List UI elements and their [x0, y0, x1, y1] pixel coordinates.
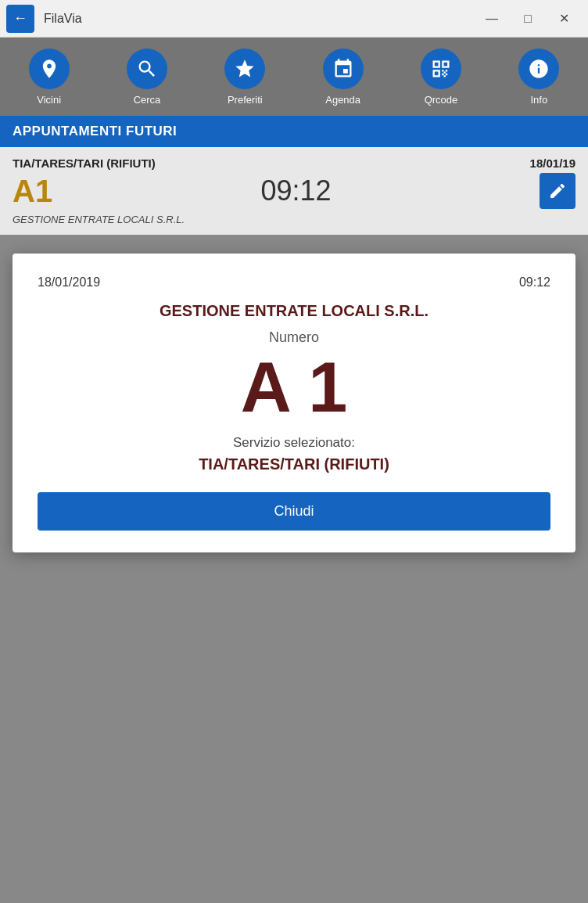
- minimize-button[interactable]: —: [474, 6, 510, 31]
- preferiti-icon: [224, 49, 265, 89]
- modal-close-button[interactable]: Chiudi: [38, 492, 550, 531]
- qrcode-icon: [421, 49, 461, 89]
- cerca-label: Cerca: [134, 94, 161, 106]
- appointment-company: GESTIONE ENTRATE LOCALI S.R.L.: [13, 214, 575, 225]
- modal-company: GESTIONE ENTRATE LOCALI S.R.L.: [38, 302, 550, 320]
- nav-item-preferiti[interactable]: Preferiti: [196, 49, 294, 106]
- vicini-icon: [29, 49, 70, 89]
- gray-area: 18/01/2019 09:12 GESTIONE ENTRATE LOCALI…: [0, 235, 588, 571]
- appointment-number: A1: [13, 174, 52, 209]
- info-icon: [518, 49, 559, 89]
- agenda-icon: [323, 49, 364, 89]
- modal-numero-label: Numero: [38, 329, 550, 346]
- title-bar: ← FilaVia — □ ✕: [0, 0, 588, 38]
- nav-item-agenda[interactable]: Agenda: [294, 49, 392, 106]
- preferiti-label: Preferiti: [228, 94, 263, 106]
- appointment-time: 09:12: [52, 174, 540, 207]
- info-label: Info: [530, 94, 547, 106]
- modal-card: 18/01/2019 09:12 GESTIONE ENTRATE LOCALI…: [13, 254, 575, 552]
- window-controls: — □ ✕: [474, 6, 582, 31]
- appointment-service: TIA/TARES/TARI (RIFIUTI): [13, 156, 156, 170]
- modal-top-row: 18/01/2019 09:12: [38, 275, 550, 290]
- appt-mid-row: A1 09:12: [13, 173, 575, 209]
- appointment-date: 18/01/19: [530, 156, 575, 170]
- modal-time: 09:12: [519, 275, 550, 290]
- section-header: APPUNTAMENTI FUTURI: [0, 116, 588, 147]
- cerca-icon: [127, 49, 167, 89]
- back-button[interactable]: ←: [6, 5, 34, 33]
- qrcode-label: Qrcode: [425, 94, 458, 106]
- nav-toolbar: Vicini Cerca Preferiti Agenda Qrcode Inf…: [0, 38, 588, 116]
- nav-item-cerca[interactable]: Cerca: [98, 49, 195, 106]
- nav-item-info[interactable]: Info: [490, 49, 588, 106]
- close-button[interactable]: ✕: [546, 6, 582, 31]
- modal-servizio-value: TIA/TARES/TARI (RIFIUTI): [38, 455, 550, 473]
- modal-number: A 1: [38, 352, 550, 423]
- appt-top-row: TIA/TARES/TARI (RIFIUTI) 18/01/19: [13, 156, 575, 170]
- modal-date: 18/01/2019: [38, 275, 100, 290]
- nav-item-qrcode[interactable]: Qrcode: [392, 49, 489, 106]
- maximize-button[interactable]: □: [510, 6, 546, 31]
- appointment-row: TIA/TARES/TARI (RIFIUTI) 18/01/19 A1 09:…: [0, 147, 588, 235]
- nav-item-vicini[interactable]: Vicini: [0, 49, 98, 106]
- modal-servizio-label: Servizio selezionato:: [38, 435, 550, 451]
- agenda-label: Agenda: [325, 94, 360, 106]
- vicini-label: Vicini: [37, 94, 61, 106]
- app-title: FilaVia: [44, 12, 474, 26]
- edit-appointment-button[interactable]: [540, 173, 575, 209]
